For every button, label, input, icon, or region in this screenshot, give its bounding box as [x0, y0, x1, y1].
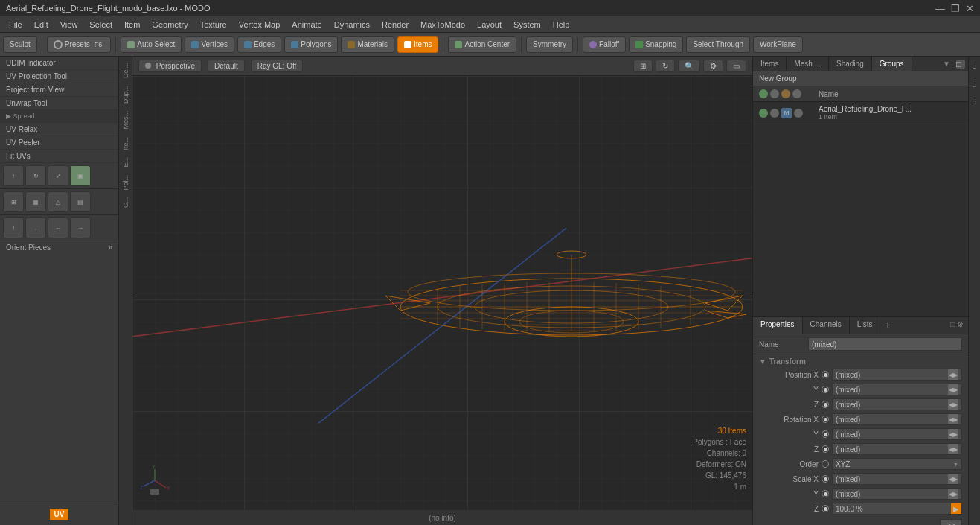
new-group-button[interactable]: New Group — [753, 71, 968, 86]
menu-maxtomodo[interactable]: MaxToModo — [414, 19, 471, 31]
item-icon-4[interactable] — [794, 109, 803, 118]
menu-animate[interactable]: Animate — [286, 19, 327, 31]
close-button[interactable]: ✕ — [966, 3, 974, 14]
panel-expand-btn[interactable]: □ — [956, 60, 965, 69]
menu-system[interactable]: System — [507, 19, 547, 31]
scale-y-btn[interactable]: ◀▶ — [948, 489, 958, 499]
rotate-tool-btn[interactable]: ↻ — [25, 165, 46, 186]
pos-z-radio[interactable] — [822, 401, 829, 408]
icon-2[interactable] — [770, 89, 779, 98]
uv-peeler[interactable]: UV Peeler — [0, 136, 118, 150]
rot-y-radio[interactable] — [822, 430, 829, 438]
unwrap-tool[interactable]: Unwrap Tool — [0, 97, 118, 110]
rot-z-btn[interactable]: ◀▶ — [948, 444, 958, 454]
project-from-view[interactable]: Project from View — [0, 83, 118, 97]
pos-x-btn[interactable]: ◀▶ — [948, 369, 958, 380]
viewport-refresh-btn[interactable]: ↻ — [656, 60, 675, 72]
right-icon-2[interactable]: L... — [970, 76, 979, 90]
scale-x-radio[interactable] — [822, 475, 829, 483]
rot-y-btn[interactable]: ◀▶ — [948, 429, 958, 439]
symmetry-button[interactable]: Symmetry — [526, 36, 573, 53]
pos-y-btn[interactable]: ◀▶ — [948, 384, 958, 395]
tab-expand-btn[interactable]: ▼ — [938, 57, 955, 71]
scale-y-field[interactable]: (mixed) ◀▶ — [832, 488, 962, 500]
right-icon-1[interactable]: D... — [970, 60, 979, 74]
menu-edit[interactable]: Edit — [28, 19, 54, 31]
uv-relax[interactable]: UV Relax — [0, 123, 118, 136]
group-item-0[interactable]: M Aerial_Refueling_Drone_F... 1 Item — [753, 102, 968, 124]
viewport-expand-btn[interactable]: ▭ — [726, 60, 746, 72]
action-center-button[interactable]: Action Center — [448, 36, 516, 53]
scale-z-radio[interactable] — [822, 505, 829, 512]
pos-x-field[interactable]: (mixed) ◀▶ — [832, 369, 962, 381]
up-btn[interactable]: ↑ — [3, 217, 24, 238]
fit-uvs[interactable]: Fit UVs — [0, 150, 118, 163]
menu-geometry[interactable]: Geometry — [146, 19, 193, 31]
pos-z-field[interactable]: (mixed) ◀▶ — [832, 398, 962, 410]
viewport-settings-btn[interactable]: ⚙ — [703, 60, 723, 72]
tab-items[interactable]: Items — [753, 57, 787, 71]
menu-vertex-map[interactable]: Vertex Map — [233, 19, 286, 31]
vertices-button[interactable]: Vertices — [185, 36, 234, 53]
menu-texture[interactable]: Texture — [194, 19, 233, 31]
perspective-btn[interactable]: Perspective — [138, 60, 202, 72]
select-through-button[interactable]: Select Through — [686, 36, 750, 53]
spread-group[interactable]: ▶ Spread — [0, 110, 118, 123]
order-radio[interactable] — [822, 460, 829, 468]
pos-y-field[interactable]: (mixed) ◀▶ — [832, 384, 962, 395]
scale-x-btn[interactable]: ◀▶ — [948, 474, 958, 484]
right-btn[interactable]: → — [70, 217, 91, 238]
props-tab-properties[interactable]: Properties — [753, 317, 803, 334]
uv-indicator[interactable]: UV — [50, 509, 69, 520]
menu-item[interactable]: Item — [118, 19, 146, 31]
tab-shading[interactable]: Shading — [829, 57, 872, 71]
tool-btn-2[interactable]: ▦ — [25, 191, 46, 212]
viewport[interactable]: Perspective Default Ray GL: Off ⊞ ↻ 🔍 ⚙ … — [132, 57, 752, 525]
materials-button[interactable]: Materials — [341, 36, 394, 53]
scale-tool-btn[interactable]: ⤢ — [48, 165, 68, 186]
tab-mesh[interactable]: Mesh ... — [787, 57, 829, 71]
add-tab-btn[interactable]: + — [880, 317, 894, 334]
viewport-zoom-btn[interactable]: 🔍 — [678, 60, 700, 72]
presets-button[interactable]: Presets F6 — [47, 36, 111, 53]
polygons-button[interactable]: Polygons — [284, 36, 338, 53]
menu-view[interactable]: View — [54, 19, 84, 31]
move-tool-btn[interactable]: ↑ — [3, 165, 24, 186]
right-icon-3[interactable]: U... — [970, 92, 979, 107]
item-eye-icon[interactable] — [759, 109, 768, 118]
pos-z-btn[interactable]: ◀▶ — [948, 399, 958, 410]
scale-z-orange-btn[interactable]: ▶ — [951, 503, 961, 514]
menu-dynamics[interactable]: Dynamics — [328, 19, 376, 31]
auto-select-button[interactable]: Auto Select — [121, 36, 182, 53]
rot-x-field[interactable]: (mixed) ◀▶ — [832, 413, 962, 425]
props-tab-lists[interactable]: Lists — [850, 317, 881, 334]
left-btn[interactable]: ← — [48, 217, 68, 238]
workplane-button[interactable]: WorkPlane — [753, 36, 803, 53]
select-tool-btn[interactable]: ▣ — [70, 165, 91, 186]
items-button[interactable]: Items — [397, 36, 438, 53]
props-expand-btn[interactable]: □ ⚙ — [946, 317, 968, 334]
viewport-lock-btn[interactable]: ⊞ — [633, 60, 653, 72]
menu-render[interactable]: Render — [376, 19, 414, 31]
icon-4[interactable] — [792, 89, 801, 98]
rot-z-field[interactable]: (mixed) ◀▶ — [832, 443, 962, 455]
tool-btn-1[interactable]: ⊞ — [3, 191, 24, 212]
default-btn[interactable]: Default — [208, 60, 245, 72]
tab-groups[interactable]: Groups — [872, 57, 912, 71]
expand-btn[interactable]: » — [108, 244, 112, 252]
order-select[interactable]: XYZ — [832, 458, 962, 470]
more-button[interactable]: >> — [940, 519, 962, 525]
ray-gl-btn[interactable]: Ray GL: Off — [251, 60, 304, 72]
scale-x-field[interactable]: (mixed) ◀▶ — [832, 473, 962, 485]
falloff-button[interactable]: Falloff — [583, 36, 626, 53]
lock-icon[interactable] — [781, 89, 790, 98]
scale-y-radio[interactable] — [822, 490, 829, 497]
edges-button[interactable]: Edges — [237, 36, 281, 53]
menu-help[interactable]: Help — [547, 19, 576, 31]
item-icon-2[interactable] — [770, 109, 779, 118]
snapping-button[interactable]: Snapping — [629, 36, 683, 53]
scale-z-field[interactable]: 100.0 % ▶ — [832, 503, 962, 515]
sculpt-button[interactable]: Sculpt — [3, 36, 37, 53]
minimize-button[interactable]: — — [935, 3, 945, 14]
pos-y-radio[interactable] — [822, 386, 829, 393]
